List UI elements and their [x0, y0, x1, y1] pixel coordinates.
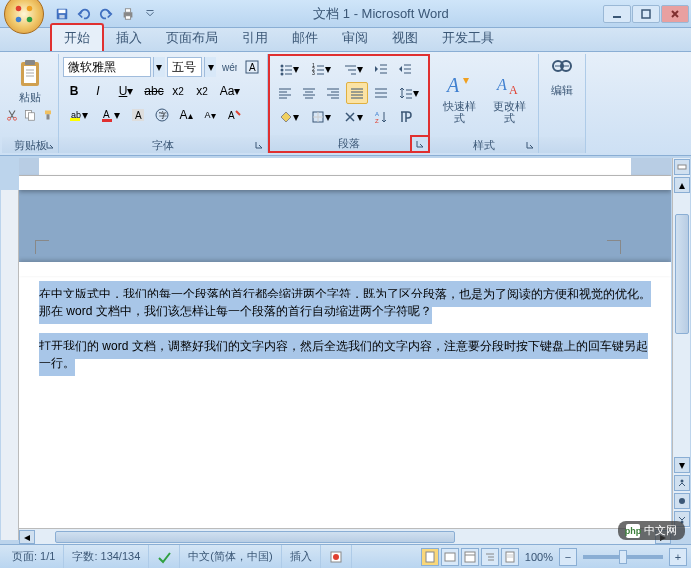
asian-layout-button[interactable]: ▾	[338, 106, 368, 128]
tab-review[interactable]: 审阅	[330, 25, 380, 51]
clear-formatting-button[interactable]: A	[223, 104, 245, 126]
subscript-button[interactable]: x2	[167, 80, 189, 102]
scroll-thumb-h[interactable]	[55, 531, 455, 543]
tab-references[interactable]: 引用	[230, 25, 280, 51]
redo-button[interactable]	[96, 4, 116, 24]
quick-print-button[interactable]	[118, 4, 138, 24]
font-family-combo[interactable]: 微软雅黑	[63, 57, 151, 77]
qat-customize-dropdown[interactable]	[140, 4, 160, 24]
svg-text:Z: Z	[375, 118, 379, 124]
change-styles-button[interactable]: AA 更改样式	[486, 68, 532, 126]
font-family-dropdown[interactable]: ▾	[153, 57, 165, 77]
tab-mailings[interactable]: 邮件	[280, 25, 330, 51]
enclose-characters-button[interactable]: 字	[151, 104, 173, 126]
format-painter-button[interactable]	[39, 107, 57, 123]
ruler-toggle[interactable]	[674, 159, 690, 175]
outline-view[interactable]	[481, 548, 499, 566]
save-button[interactable]	[52, 4, 72, 24]
italic-button[interactable]: I	[87, 80, 109, 102]
horizontal-ruler[interactable]	[19, 158, 671, 176]
zoom-level[interactable]: 100%	[525, 551, 553, 563]
vertical-scrollbar[interactable]: ▴ ▾	[672, 158, 690, 528]
maximize-button[interactable]	[632, 5, 660, 23]
align-right-button[interactable]	[322, 82, 344, 104]
horizontal-scrollbar[interactable]: ◂ ▸	[19, 528, 671, 544]
web-layout-view[interactable]	[461, 548, 479, 566]
increase-indent-button[interactable]	[394, 58, 416, 80]
highlight-button[interactable]: ab▾	[63, 104, 93, 126]
draft-view[interactable]	[501, 548, 519, 566]
zoom-in-button[interactable]: +	[669, 548, 687, 566]
underline-button[interactable]: U ▾	[111, 80, 141, 102]
language-status[interactable]: 中文(简体，中国)	[180, 545, 281, 568]
grow-font-button[interactable]: A▴	[175, 104, 197, 126]
paste-button[interactable]: 粘贴	[13, 56, 47, 107]
sort-button[interactable]: AZ	[370, 106, 392, 128]
print-layout-view[interactable]	[421, 548, 439, 566]
line-spacing-button[interactable]: ▾	[394, 82, 424, 104]
show-marks-button[interactable]	[394, 106, 416, 128]
font-color-button[interactable]: A▾	[95, 104, 125, 126]
clipboard-launcher[interactable]	[43, 138, 57, 152]
phonetic-guide-button[interactable]: wén	[218, 56, 240, 78]
svg-point-37	[281, 65, 284, 68]
paragraph-launcher[interactable]	[410, 135, 430, 153]
font-group-label: 字体	[59, 137, 267, 153]
full-screen-view[interactable]	[441, 548, 459, 566]
quick-styles-button[interactable]: A 快速样式	[436, 68, 482, 126]
strikethrough-button[interactable]: abc	[143, 80, 165, 102]
multilevel-list-button[interactable]: ▾	[338, 58, 368, 80]
tab-home[interactable]: 开始	[50, 23, 104, 51]
selected-text-p2[interactable]: 打开我们的 word 文档，调整好我们的文字内容，然后全选我们的文字内容，注意要…	[39, 333, 648, 376]
svg-point-2	[16, 16, 22, 22]
zoom-slider-thumb[interactable]	[619, 550, 627, 564]
tab-insert[interactable]: 插入	[104, 25, 154, 51]
word-count-status[interactable]: 字数: 134/134	[64, 545, 149, 568]
page-number-status[interactable]: 页面: 1/1	[4, 545, 64, 568]
superscript-button[interactable]: x2	[191, 80, 213, 102]
cut-button[interactable]	[3, 107, 21, 123]
shrink-font-button[interactable]: A▾	[199, 104, 221, 126]
character-shading-button[interactable]: A	[127, 104, 149, 126]
vertical-ruler[interactable]	[1, 190, 19, 540]
minimize-button[interactable]	[603, 5, 631, 23]
selected-text-p1[interactable]: 在中文版式中，我们的每一个段落的首行都会缩进两个字符，既为了区分段落，也是为了阅…	[39, 281, 651, 324]
numbering-button[interactable]: 123▾	[306, 58, 336, 80]
prev-page-button[interactable]	[674, 475, 690, 491]
font-size-dropdown[interactable]: ▾	[204, 57, 216, 77]
shading-button[interactable]: ▾	[274, 106, 304, 128]
styles-launcher[interactable]	[523, 138, 537, 152]
tab-page-layout[interactable]: 页面布局	[154, 25, 230, 51]
browse-object-button[interactable]	[674, 493, 690, 509]
tab-developer[interactable]: 开发工具	[430, 25, 506, 51]
scroll-down-button[interactable]: ▾	[674, 457, 690, 473]
scroll-left-button[interactable]: ◂	[19, 530, 35, 544]
bullets-button[interactable]: ▾	[274, 58, 304, 80]
align-left-button[interactable]	[274, 82, 296, 104]
font-launcher[interactable]	[252, 138, 266, 152]
scroll-up-button[interactable]: ▴	[674, 177, 690, 193]
distributed-button[interactable]	[370, 82, 392, 104]
align-center-button[interactable]	[298, 82, 320, 104]
character-border-button[interactable]: A	[241, 56, 263, 78]
scroll-thumb-v[interactable]	[675, 214, 689, 334]
insert-mode-status[interactable]: 插入	[282, 545, 321, 568]
tab-view[interactable]: 视图	[380, 25, 430, 51]
proofing-status[interactable]	[149, 545, 180, 568]
zoom-out-button[interactable]: −	[559, 548, 577, 566]
close-button[interactable]	[661, 5, 689, 23]
copy-button[interactable]	[21, 107, 39, 123]
status-bar: 页面: 1/1 字数: 134/134 中文(简体，中国) 插入 100% − …	[0, 544, 691, 568]
macro-status[interactable]	[321, 545, 352, 568]
undo-button[interactable]	[74, 4, 94, 24]
font-size-combo[interactable]: 五号	[167, 57, 202, 77]
document-page[interactable]: 在中文版式中，我们的每一个段落的首行都会缩进两个字符，既为了区分段落，也是为了阅…	[19, 276, 671, 386]
change-case-button[interactable]: Aa▾	[215, 80, 245, 102]
decrease-indent-button[interactable]	[370, 58, 392, 80]
borders-button[interactable]: ▾	[306, 106, 336, 128]
zoom-slider[interactable]	[583, 555, 663, 559]
svg-text:A: A	[135, 110, 142, 121]
bold-button[interactable]: B	[63, 80, 85, 102]
find-button[interactable]: 编辑	[543, 56, 581, 137]
justify-button[interactable]	[346, 82, 368, 104]
